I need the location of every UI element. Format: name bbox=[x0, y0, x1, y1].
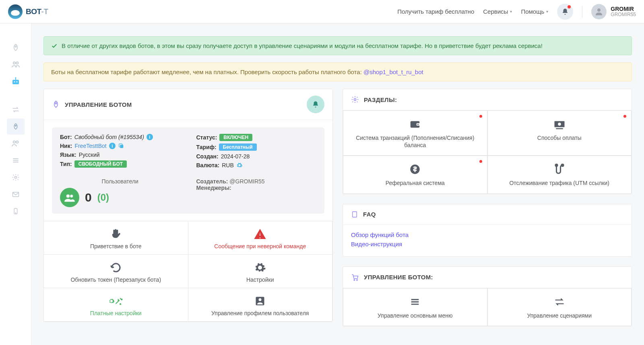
sidebar-rocket[interactable] bbox=[7, 39, 25, 56]
manage-main-menu[interactable]: Управление основным меню bbox=[343, 288, 487, 326]
gear-icon bbox=[192, 260, 328, 275]
manage-panel: УПРАВЛЕНИЕ БОТОМ: Управление основным ме… bbox=[343, 266, 632, 326]
tile-welcome[interactable]: Приветствие в боте bbox=[43, 221, 188, 255]
svg-point-12 bbox=[14, 177, 17, 179]
faq-link-video[interactable]: Видео-инструкция bbox=[351, 241, 623, 247]
money-icon bbox=[492, 117, 627, 131]
sidebar-rocket-boxed[interactable] bbox=[7, 118, 25, 135]
panel-title: УПРАВЛЕНИЕ БОТОМ: bbox=[364, 274, 433, 281]
user-menu[interactable]: GROMIR GROMIR55 bbox=[591, 4, 636, 19]
sidebar-mobile[interactable] bbox=[7, 203, 25, 219]
sidebar-list[interactable] bbox=[7, 152, 25, 168]
section-referral[interactable]: Реферальная система bbox=[343, 156, 487, 193]
panel-bell-button[interactable] bbox=[307, 96, 324, 113]
svg-point-1 bbox=[15, 46, 16, 47]
document-icon bbox=[351, 211, 358, 218]
panel-title: УПРАВЛЕНИЕ БОТОМ bbox=[65, 101, 132, 108]
sidebar-bot[interactable] bbox=[7, 73, 25, 89]
svg-point-34 bbox=[354, 279, 355, 281]
nav-free-tariff[interactable]: Получить тариф бесплатно bbox=[397, 8, 474, 15]
sidebar-mail[interactable] bbox=[7, 186, 25, 202]
svg-point-16 bbox=[55, 103, 56, 104]
tariff-badge: Бесплатный bbox=[219, 143, 257, 151]
svg-point-35 bbox=[357, 279, 358, 281]
faq-link-overview[interactable]: Обзор функций бота bbox=[351, 231, 623, 238]
svg-rect-29 bbox=[556, 128, 563, 129]
users-block: 0 (0) bbox=[60, 188, 180, 207]
avatar bbox=[591, 4, 607, 19]
bot-nick-link[interactable]: FreeTesttBot bbox=[74, 143, 106, 149]
header: BOT-T Получить тариф бесплатно Сервисы▾ … bbox=[0, 0, 644, 23]
svg-point-19 bbox=[66, 194, 70, 197]
svg-point-0 bbox=[597, 8, 601, 12]
status-badge: ВКЛЮЧЕН bbox=[219, 134, 252, 141]
users-paren: (0) bbox=[97, 192, 109, 203]
svg-point-23 bbox=[354, 99, 356, 101]
tile-paid-settings[interactable]: Платные настройки bbox=[43, 288, 188, 322]
chevron-down-icon: ▾ bbox=[546, 9, 548, 14]
profile-icon bbox=[192, 294, 328, 308]
user-name-block: GROMIR GROMIR55 bbox=[611, 6, 636, 18]
notifications-button[interactable] bbox=[557, 4, 573, 20]
tile-error-message[interactable]: Сообщение при неверной команде bbox=[188, 221, 333, 255]
gear-icon[interactable] bbox=[236, 162, 243, 168]
cart-icon bbox=[351, 273, 359, 281]
info-icon[interactable]: i bbox=[109, 143, 116, 149]
tile-profile[interactable]: Управление профилем пользователя bbox=[188, 288, 333, 322]
sidebar bbox=[0, 23, 31, 345]
notification-dot bbox=[479, 115, 482, 118]
sidebar-gear[interactable] bbox=[7, 169, 25, 185]
svg-rect-7 bbox=[15, 78, 16, 80]
users-count: 0 bbox=[85, 191, 92, 204]
section-utm[interactable]: Отслеживание трафика (UTM ссылки) bbox=[487, 156, 632, 193]
svg-rect-33 bbox=[353, 212, 357, 217]
section-transactions[interactable]: Система транзакций (Пополнения/Списания)… bbox=[343, 110, 487, 156]
divider bbox=[582, 6, 582, 18]
logo[interactable]: BOT-T bbox=[8, 4, 48, 19]
alert-success: В отличие от других видов ботов, в этом … bbox=[43, 36, 632, 55]
check-icon bbox=[51, 43, 58, 49]
bot-tiles: Приветствие в боте Сообщение при неверно… bbox=[44, 221, 332, 322]
svg-point-5 bbox=[14, 81, 15, 83]
warning-bot-link[interactable]: @shop1_bot_t_ru_bot bbox=[363, 69, 423, 75]
tile-refresh-token[interactable]: Обновить токен (Перезапуск бота) bbox=[43, 255, 188, 288]
bot-panel: УПРАВЛЕНИЕ БОТОМ Бот: Свободный бот (#19… bbox=[43, 89, 333, 322]
creator-value: @GROMIR55 bbox=[229, 178, 264, 185]
refresh-icon bbox=[48, 260, 184, 275]
bell-icon bbox=[561, 8, 569, 15]
sidebar-transfer[interactable] bbox=[7, 102, 25, 118]
header-nav: Получить тариф бесплатно Сервисы▾ Помощь… bbox=[397, 4, 636, 20]
wallet-icon bbox=[347, 117, 483, 131]
svg-point-32 bbox=[561, 164, 564, 166]
panel-title: РАЗДЕЛЫ: bbox=[364, 96, 397, 103]
type-badge: СВОБОДНЫЙ БОТ bbox=[74, 160, 127, 168]
svg-point-9 bbox=[15, 125, 16, 126]
svg-point-10 bbox=[13, 141, 15, 143]
svg-point-28 bbox=[558, 123, 561, 126]
notification-dot bbox=[479, 160, 482, 163]
sidebar-people2[interactable] bbox=[7, 135, 25, 152]
sidebar-people[interactable] bbox=[7, 56, 25, 73]
hand-wave-icon bbox=[48, 227, 184, 241]
svg-point-6 bbox=[16, 81, 17, 83]
gear-tools-icon bbox=[48, 294, 184, 308]
panel-title: FAQ bbox=[363, 211, 376, 218]
alert-warning: Боты на бесплатном тарифе работают медле… bbox=[43, 62, 632, 81]
manage-scenarios[interactable]: Управление сценариями bbox=[487, 288, 632, 326]
main: В отличие от других видов ботов, в этом … bbox=[31, 0, 644, 345]
svg-point-26 bbox=[417, 124, 419, 125]
tile-settings[interactable]: Настройки bbox=[188, 255, 333, 288]
users-label: Пользователи bbox=[60, 178, 180, 185]
users-icon bbox=[60, 188, 79, 207]
info-icon[interactable]: i bbox=[147, 134, 153, 140]
logo-icon bbox=[8, 4, 23, 19]
transfer-icon bbox=[492, 295, 627, 309]
copy-icon[interactable] bbox=[118, 143, 124, 149]
dollar-icon bbox=[347, 162, 483, 176]
svg-rect-13 bbox=[12, 192, 19, 197]
sections-panel: РАЗДЕЛЫ: Система транзакций (Пополнения/… bbox=[343, 89, 632, 194]
nav-help[interactable]: Помощь▾ bbox=[521, 8, 548, 15]
section-payment[interactable]: Способы оплаты bbox=[487, 110, 632, 156]
svg-point-15 bbox=[15, 213, 16, 214]
nav-services[interactable]: Сервисы▾ bbox=[483, 8, 512, 15]
